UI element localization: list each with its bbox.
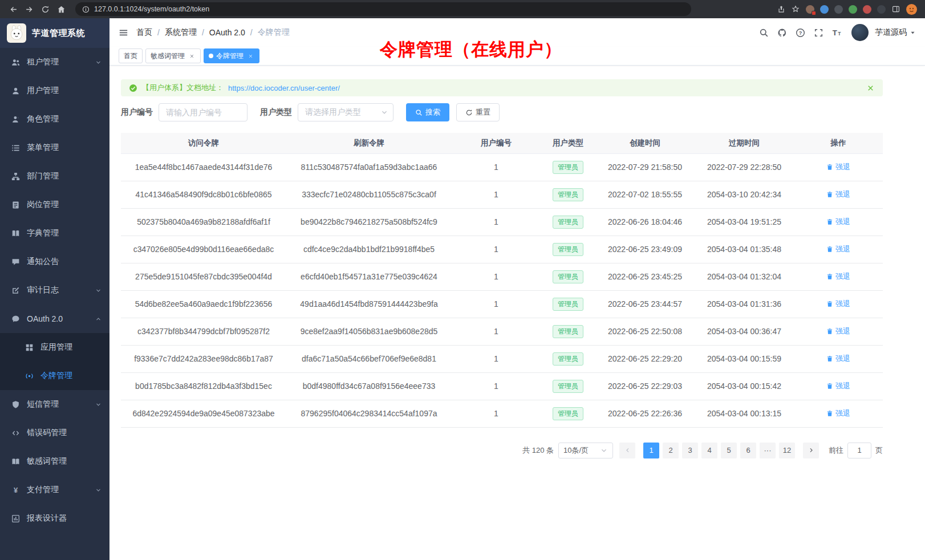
hamburger-icon[interactable] [119, 28, 128, 38]
cell: 2054-03-10 20:42:34 [695, 181, 794, 208]
extension-gray-icon[interactable] [877, 5, 886, 14]
sensitive-icon [11, 457, 20, 466]
site-info-icon[interactable] [82, 6, 90, 13]
sidebar-item-menu[interactable]: 菜单管理 [0, 133, 109, 162]
alert-close-icon[interactable] [866, 84, 875, 92]
force-logout-button[interactable]: 强退 [826, 299, 850, 309]
tab-sensitive-word[interactable]: 敏感词管理 [145, 48, 201, 63]
header-actions: ?TT [754, 23, 846, 42]
force-logout-button[interactable]: 强退 [826, 271, 850, 282]
sidebar-item-sensitive-word[interactable]: 敏感词管理 [0, 447, 109, 476]
page-button-2[interactable]: 2 [663, 443, 679, 458]
force-logout-button[interactable]: 强退 [826, 354, 850, 364]
sidebar-toggle-icon[interactable] [892, 5, 900, 13]
sidebar-item-label: 审计日志 [27, 285, 88, 295]
forward-icon[interactable] [22, 2, 36, 17]
extension-blue-icon[interactable] [820, 5, 829, 14]
page-button-12[interactable]: 12 [779, 443, 795, 458]
share-icon[interactable] [777, 5, 785, 13]
tab-close-icon[interactable] [188, 52, 196, 60]
cell: 2022-06-25 23:45:25 [595, 263, 695, 290]
page-button-6[interactable]: 6 [740, 443, 756, 458]
cell: 管理员 [541, 263, 595, 290]
breadcrumb-item[interactable]: 首页 [136, 27, 152, 38]
cell: f9336e7c7dd242a283ee98dc86b17a87 [121, 345, 286, 372]
sidebar-item-audit-log[interactable]: 审计日志 [0, 276, 109, 305]
filter-bar: 用户编号 用户类型 请选择用户类型 搜索 重置 [121, 103, 883, 121]
sidebar-item-role[interactable]: 角色管理 [0, 105, 109, 133]
cell: 1ea5e44f8bc1467aaede43144f31de76 [121, 153, 286, 181]
sidebar-item-pay[interactable]: ¥支付管理 [0, 476, 109, 504]
back-icon[interactable] [6, 2, 21, 17]
cell: 1 [452, 181, 541, 208]
sidebar-item-oauth2[interactable]: OAuth 2.0 [0, 305, 109, 333]
force-logout-button[interactable]: 强退 [826, 408, 850, 419]
fontsize-icon[interactable]: TT [827, 23, 846, 42]
tab-token[interactable]: 令牌管理 [204, 48, 259, 63]
force-logout-button[interactable]: 强退 [826, 381, 850, 391]
sidebar-item-sms[interactable]: 短信管理 [0, 390, 109, 419]
tab-label: 令牌管理 [216, 51, 244, 61]
tab-home[interactable]: 首页 [119, 48, 143, 63]
force-logout-button[interactable]: 强退 [826, 244, 850, 254]
caret-down-icon[interactable] [910, 30, 916, 36]
sidebar-item-error-code[interactable]: 错误码管理 [0, 419, 109, 447]
user-id-input[interactable] [159, 103, 248, 121]
prev-page-button[interactable] [619, 443, 635, 458]
page-size-select[interactable]: 10条/页 [558, 443, 613, 458]
sidebar-item-tenant[interactable]: 租户管理 [0, 48, 109, 76]
force-logout-button[interactable]: 强退 [826, 162, 850, 172]
sidebar-item-oauth2-token[interactable]: 令牌管理 [0, 362, 109, 390]
sidebar-item-dict[interactable]: 字典管理 [0, 219, 109, 247]
force-logout-button[interactable]: 强退 [826, 217, 850, 227]
page-button-4[interactable]: 4 [701, 443, 717, 458]
search-button[interactable]: 搜索 [406, 103, 449, 121]
page-more-button[interactable]: ··· [760, 443, 776, 458]
cell: 管理员 [541, 208, 595, 236]
cell: 1 [452, 290, 541, 318]
sidebar-item-report-designer[interactable]: 报表设计器 [0, 504, 109, 533]
tab-close-icon[interactable] [246, 52, 254, 60]
column-header: 过期时间 [695, 133, 794, 153]
user-avatar[interactable] [851, 24, 869, 41]
extension-dark-icon[interactable] [834, 5, 843, 14]
sidebar-item-user[interactable]: 用户管理 [0, 76, 109, 105]
search-icon[interactable] [754, 23, 773, 42]
goto-page-input[interactable] [847, 443, 871, 458]
fullscreen-icon[interactable] [809, 23, 827, 42]
sidebar-item-oauth2-app[interactable]: 应用管理 [0, 333, 109, 362]
home-icon[interactable] [54, 2, 68, 17]
reload-icon[interactable] [38, 2, 52, 17]
reset-button[interactable]: 重置 [456, 103, 500, 121]
url-bar[interactable]: 127.0.0.1:1024/system/oauth2/token [75, 2, 691, 16]
extension-red-icon[interactable] [863, 5, 871, 14]
force-logout-button[interactable]: 强退 [826, 189, 850, 200]
force-logout-button[interactable]: 强退 [826, 326, 850, 336]
cell: 强退 [794, 290, 883, 318]
question-icon[interactable]: ? [791, 23, 809, 42]
app-logo[interactable]: 芋道管理系统 [0, 18, 109, 48]
sidebar-item-post[interactable]: 岗位管理 [0, 190, 109, 219]
extension-green-icon[interactable] [849, 5, 857, 14]
page-button-5[interactable]: 5 [721, 443, 737, 458]
page-button-3[interactable]: 3 [682, 443, 698, 458]
alert-doc-link[interactable]: https://doc.iocoder.cn/user-center/ [228, 84, 340, 92]
extension-badge-icon[interactable] [806, 5, 814, 14]
breadcrumb-item[interactable]: OAuth 2.0 [209, 28, 245, 37]
user-name[interactable]: 芋道源码 [875, 27, 907, 38]
user-type-select[interactable]: 请选择用户类型 [298, 103, 393, 121]
breadcrumb-item[interactable]: 系统管理 [165, 27, 197, 38]
logo-avatar [7, 23, 26, 43]
extension-badge [812, 11, 816, 15]
star-icon[interactable] [792, 5, 800, 13]
page-button-1[interactable]: 1 [643, 443, 659, 458]
browser-profile-avatar[interactable] [906, 4, 917, 15]
github-icon[interactable] [773, 23, 791, 42]
sidebar-item-dept[interactable]: 部门管理 [0, 162, 109, 190]
cell: 2054-03-04 00:13:15 [695, 400, 794, 427]
column-header: 用户编号 [452, 133, 541, 153]
sidebar-item-label: 敏感词管理 [27, 456, 102, 466]
next-page-button[interactable] [803, 443, 819, 458]
sidebar-item-notice[interactable]: 通知公告 [0, 247, 109, 276]
cell: 1 [452, 400, 541, 427]
